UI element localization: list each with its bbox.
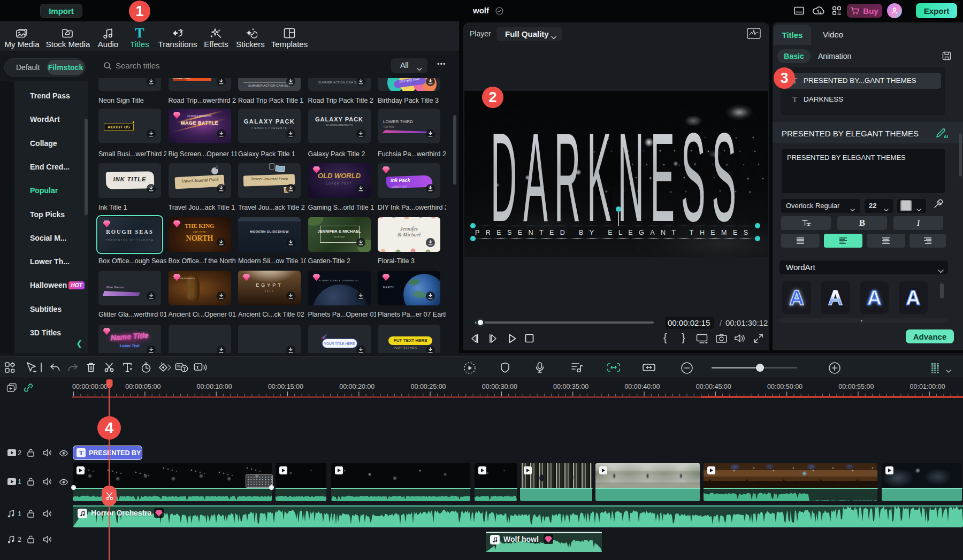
svg-text:T: T: [183, 366, 186, 372]
svg-text:T: T: [196, 365, 200, 370]
svg-text:PRESENTED BY ELEGANT THEMES: PRESENTED BY ELEGANT THEMES: [475, 229, 752, 236]
